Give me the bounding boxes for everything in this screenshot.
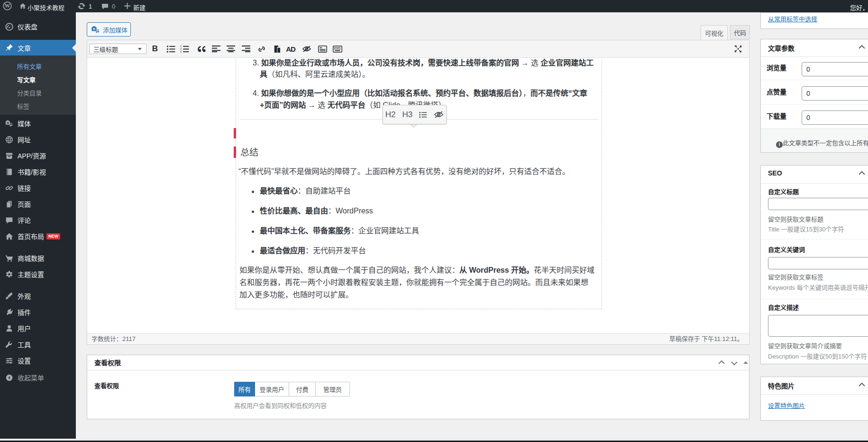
- svg-text:3: 3: [180, 50, 182, 53]
- svg-text:W: W: [5, 2, 10, 9]
